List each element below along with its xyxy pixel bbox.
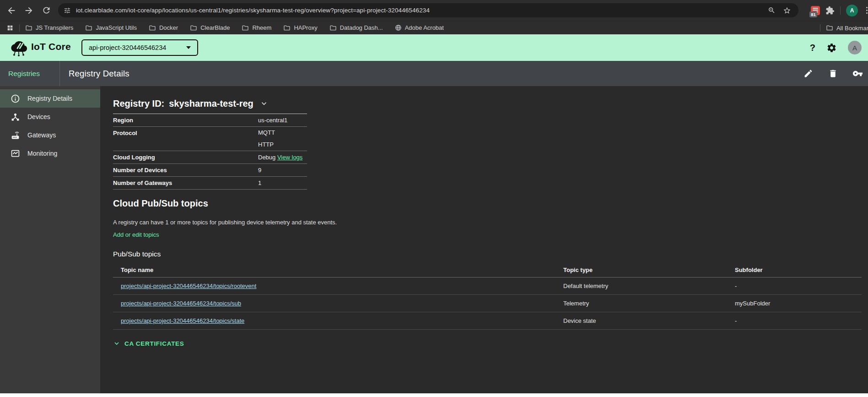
detail-label: Protocol bbox=[113, 127, 258, 151]
browser-avatar[interactable]: A bbox=[846, 5, 858, 16]
folder-icon bbox=[826, 24, 833, 32]
iot-core-logo bbox=[9, 38, 28, 57]
registry-id-value: skysharma-test-reg bbox=[169, 98, 253, 109]
folder-icon bbox=[149, 24, 156, 32]
folder-icon bbox=[85, 24, 92, 32]
topic-link-sub[interactable]: projects/api-project-320446546234/topics… bbox=[121, 300, 241, 307]
topic-link-state[interactable]: projects/api-project-320446546234/topics… bbox=[121, 317, 244, 324]
table-row: projects/api-project-320446546234/topics… bbox=[113, 312, 862, 330]
bookmark-docker[interactable]: Docker bbox=[149, 24, 178, 32]
bookmark-datadog-dash[interactable]: Datadog Dash... bbox=[329, 24, 383, 32]
view-logs-link[interactable]: View logs bbox=[277, 154, 302, 161]
toolbar-separator bbox=[840, 6, 841, 15]
pubsub-heading: Cloud Pub/Sub topics bbox=[113, 198, 868, 209]
bookmark-label: JS Transpilers bbox=[36, 24, 73, 31]
detail-value: 9 bbox=[258, 164, 261, 176]
bottom-strip bbox=[0, 393, 868, 397]
folder-icon bbox=[329, 24, 337, 32]
bookmarks-separator bbox=[820, 24, 820, 32]
edit-pencil-icon[interactable] bbox=[802, 68, 814, 80]
sidebar-item-label: Registry Details bbox=[27, 95, 72, 102]
detail-row-num-devices: Number of Devices 9 bbox=[113, 164, 307, 177]
project-selector[interactable]: api-project-320446546234 bbox=[81, 39, 198, 56]
bookmark-label: HAProxy bbox=[294, 24, 317, 31]
detail-row-cloud-logging: Cloud Logging Debug View logs bbox=[113, 151, 307, 164]
table-row: projects/api-project-320446546234/topics… bbox=[113, 295, 862, 312]
bookmark-star-icon[interactable] bbox=[783, 6, 791, 15]
topic-subfolder: mySubFolder bbox=[735, 300, 862, 307]
adobe-acrobat-icon bbox=[395, 24, 402, 31]
detail-row-protocol: Protocol MQTT HTTP bbox=[113, 127, 307, 151]
key-icon[interactable] bbox=[852, 68, 863, 80]
breadcrumb-registries[interactable]: Registries bbox=[8, 61, 40, 86]
monitoring-chart-icon bbox=[10, 149, 20, 158]
sidebar-item-devices[interactable]: Devices bbox=[0, 108, 100, 126]
folder-icon bbox=[242, 24, 249, 32]
topic-type: Device state bbox=[563, 317, 735, 324]
bookmark-clearblade[interactable]: ClearBlade bbox=[190, 24, 230, 32]
app-header: IoT Core api-project-320446546234 ? A bbox=[0, 34, 868, 61]
bookmark-label: JavaScript Utils bbox=[96, 24, 137, 31]
topic-type: Default telemetry bbox=[563, 283, 735, 289]
table-row: projects/api-project-320446546234/topics… bbox=[113, 277, 862, 295]
detail-label: Number of Gateways bbox=[113, 177, 258, 189]
site-info-icon[interactable] bbox=[64, 7, 71, 14]
registry-details-table: Region us-central1 Protocol MQTT HTTP Cl… bbox=[113, 114, 307, 190]
url-bar[interactable]: iot.clearblade.com/iot-core/app/location… bbox=[58, 3, 798, 17]
sidebar-item-label: Gateways bbox=[27, 131, 56, 139]
browser-menu-icon[interactable] bbox=[863, 5, 868, 16]
chevron-down-icon bbox=[113, 340, 120, 347]
topic-type: Telemetry bbox=[563, 300, 735, 307]
bookmark-haproxy[interactable]: HAProxy bbox=[283, 24, 317, 32]
all-bookmarks[interactable]: All Bookmarks bbox=[826, 24, 868, 32]
router-icon bbox=[10, 131, 20, 140]
bookmark-js-transpilers[interactable]: JS Transpilers bbox=[25, 24, 73, 32]
user-avatar[interactable]: A bbox=[848, 41, 862, 54]
settings-gear-icon[interactable] bbox=[826, 43, 837, 53]
ca-certificates-toggle[interactable]: CA CERTIFICATES bbox=[113, 340, 868, 347]
sidebar-item-label: Monitoring bbox=[27, 150, 57, 157]
column-subfolder: Subfolder bbox=[735, 266, 862, 273]
delete-trash-icon[interactable] bbox=[827, 68, 839, 80]
bookmark-label: ClearBlade bbox=[200, 24, 230, 31]
product-title: IoT Core bbox=[31, 41, 71, 52]
sidebar-item-label: Devices bbox=[27, 113, 50, 120]
detail-value: MQTT bbox=[258, 127, 275, 139]
detail-label: Region bbox=[113, 114, 258, 126]
bookmark-label: Rheem bbox=[252, 24, 271, 31]
column-topic-name: Topic name bbox=[113, 266, 563, 273]
sidebar-item-registry-details[interactable]: Registry Details bbox=[0, 89, 100, 108]
forward-icon[interactable] bbox=[20, 2, 38, 19]
apps-grid-icon[interactable] bbox=[6, 24, 14, 32]
bookmarks-separator bbox=[19, 24, 20, 32]
sidebar-item-monitoring[interactable]: Monitoring bbox=[0, 144, 100, 163]
folder-icon bbox=[190, 24, 197, 32]
detail-value: Debug bbox=[258, 154, 275, 161]
toolbar-divider bbox=[59, 61, 60, 86]
extensions-puzzle-icon[interactable] bbox=[825, 6, 835, 15]
project-selector-value: api-project-320446546234 bbox=[89, 44, 166, 51]
browser-toolbar: iot.clearblade.com/iot-core/app/location… bbox=[0, 0, 868, 21]
pubsub-table-header: Topic name Topic type Subfolder bbox=[113, 263, 862, 277]
detail-row-region: Region us-central1 bbox=[113, 114, 307, 127]
detail-value: HTTP bbox=[258, 139, 275, 151]
folder-icon bbox=[283, 24, 291, 32]
column-topic-type: Topic type bbox=[563, 266, 735, 273]
sidebar-item-gateways[interactable]: Gateways bbox=[0, 126, 100, 144]
bookmark-rheem[interactable]: Rheem bbox=[242, 24, 271, 32]
help-icon[interactable]: ? bbox=[810, 43, 815, 53]
chevron-down-icon bbox=[186, 46, 191, 49]
chevron-down-icon[interactable] bbox=[260, 99, 268, 108]
bookmark-javascript-utils[interactable]: JavaScript Utils bbox=[85, 24, 137, 32]
ca-certificates-label: CA CERTIFICATES bbox=[124, 340, 184, 347]
bookmark-adobe-acrobat[interactable]: Adobe Acrobat bbox=[395, 24, 444, 31]
topic-link-rootevent[interactable]: projects/api-project-320446546234/topics… bbox=[121, 283, 256, 289]
zoom-icon[interactable] bbox=[768, 6, 776, 14]
reload-icon[interactable] bbox=[38, 2, 55, 19]
add-or-edit-topics-link[interactable]: Add or edit topics bbox=[113, 231, 159, 238]
registry-id-heading: Registry ID: skysharma-test-reg bbox=[113, 98, 307, 114]
calendar-extension-icon[interactable]: 81 bbox=[811, 6, 820, 15]
back-icon[interactable] bbox=[3, 2, 20, 19]
page-toolbar: Registries Registry Details bbox=[0, 61, 868, 86]
pubsub-table-title: Pub/Sub topics bbox=[113, 250, 868, 258]
